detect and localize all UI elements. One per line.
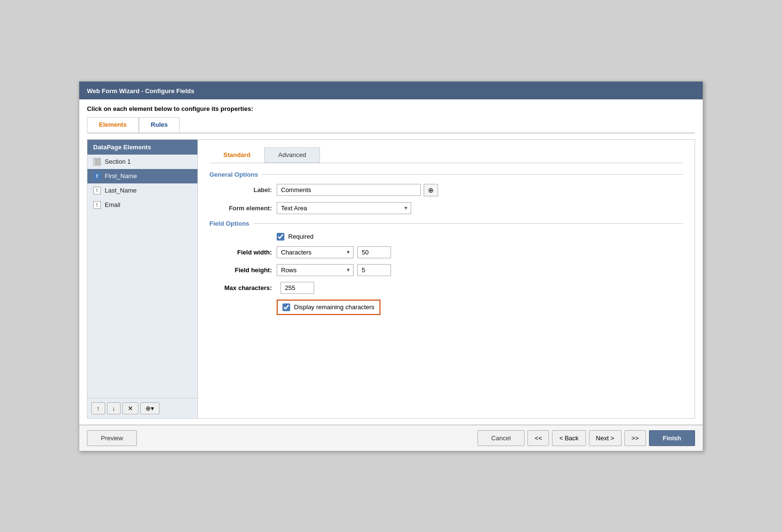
form-element-label: Form element: bbox=[209, 205, 277, 212]
field-height-select-wrapper: Rows Pixels bbox=[277, 264, 354, 276]
field-height-label: Field height: bbox=[209, 266, 277, 274]
sidebar-item-label: Last_Name bbox=[105, 187, 136, 194]
sidebar-item-firstname[interactable]: t First_Name bbox=[87, 169, 197, 183]
label-icon-button[interactable]: ⊕ bbox=[424, 184, 438, 196]
footer: Preview Cancel << < Back Next > >> Finis… bbox=[79, 424, 703, 451]
tab-standard[interactable]: Standard bbox=[209, 147, 264, 163]
sidebar-item-label: First_Name bbox=[105, 172, 137, 180]
label-input[interactable] bbox=[277, 184, 421, 196]
outer-tabs: Elements Rules bbox=[87, 117, 695, 133]
sidebar-item-email[interactable]: t Email bbox=[87, 198, 197, 212]
add-button[interactable]: ⊕▾ bbox=[140, 402, 159, 414]
field-width-select[interactable]: Characters Pixels Percent bbox=[277, 246, 354, 258]
tab-advanced[interactable]: Advanced bbox=[264, 147, 320, 163]
required-label: Required bbox=[288, 233, 314, 240]
field-height-select[interactable]: Rows Pixels bbox=[277, 264, 354, 276]
sidebar-controls: ↑ ↓ ✕ ⊕▾ bbox=[87, 398, 197, 418]
content-panel: Standard Advanced General Options Label:… bbox=[198, 140, 695, 418]
sidebar-item-lastname[interactable]: t Last_Name bbox=[87, 183, 197, 198]
form-element-select-wrapper: Text Area Text Field Dropdown Checkbox R… bbox=[277, 202, 411, 214]
sidebar: DataPage Elements Section 1 bbox=[87, 140, 198, 418]
wizard-container: Web Form Wizard - Configure Fields Click… bbox=[79, 81, 703, 451]
required-checkbox[interactable] bbox=[277, 233, 284, 241]
section-icon bbox=[93, 158, 101, 166]
delete-button[interactable]: ✕ bbox=[122, 402, 138, 414]
label-field-label: Label: bbox=[209, 186, 277, 193]
move-up-button[interactable]: ↑ bbox=[91, 402, 105, 414]
wizard-title: Web Form Wizard - Configure Fields bbox=[87, 87, 195, 95]
label-row: Label: ⊕ bbox=[209, 184, 683, 196]
field-icon: t bbox=[93, 201, 101, 209]
field-width-input[interactable] bbox=[357, 246, 391, 258]
field-options-section: Field Options Required Field width: Char… bbox=[209, 220, 683, 315]
tab-elements[interactable]: Elements bbox=[87, 117, 139, 133]
form-element-row: Form element: Text Area Text Field Dropd… bbox=[209, 202, 683, 214]
wizard-main: DataPage Elements Section 1 bbox=[87, 139, 695, 419]
general-options-title: General Options bbox=[209, 171, 683, 178]
finish-button[interactable]: Finish bbox=[649, 430, 695, 446]
sidebar-header: DataPage Elements bbox=[87, 140, 197, 155]
sidebar-item-label: Email bbox=[105, 201, 121, 208]
field-height-row: Field height: Rows Pixels bbox=[209, 264, 683, 276]
move-down-button[interactable]: ↓ bbox=[107, 402, 121, 414]
max-chars-row: Max characters: bbox=[209, 282, 683, 294]
preview-button[interactable]: Preview bbox=[87, 430, 137, 446]
display-remaining-box: Display remaining characters bbox=[277, 300, 380, 315]
back-button[interactable]: < Back bbox=[552, 430, 586, 446]
field-width-row: Field width: Characters Pixels Percent bbox=[209, 246, 683, 258]
wizard-instruction: Click on each element below to configure… bbox=[87, 105, 695, 112]
field-width-select-wrapper: Characters Pixels Percent bbox=[277, 246, 354, 258]
footer-left: Preview bbox=[87, 430, 137, 446]
field-icon: t bbox=[93, 187, 101, 194]
sidebar-item-section1[interactable]: Section 1 bbox=[87, 155, 197, 169]
field-width-label: Field width: bbox=[209, 249, 277, 256]
prev-arrows-button[interactable]: << bbox=[527, 430, 549, 446]
tab-rules[interactable]: Rules bbox=[139, 117, 180, 133]
field-options-title: Field Options bbox=[209, 220, 683, 227]
max-chars-label: Max characters: bbox=[209, 284, 277, 291]
display-remaining-label: Display remaining characters bbox=[294, 303, 375, 311]
field-height-input[interactable] bbox=[357, 264, 391, 276]
sidebar-items: Section 1 t First_Name t Last_Name t bbox=[87, 155, 197, 398]
next-button[interactable]: Next > bbox=[589, 430, 622, 446]
max-chars-input[interactable] bbox=[281, 282, 314, 294]
wizard-titlebar: Web Form Wizard - Configure Fields bbox=[79, 82, 703, 99]
wizard-body: Click on each element below to configure… bbox=[79, 99, 703, 424]
next-arrows-button[interactable]: >> bbox=[624, 430, 646, 446]
footer-right: Cancel << < Back Next > >> Finish bbox=[477, 430, 695, 446]
required-row: Required bbox=[209, 233, 683, 241]
form-element-select[interactable]: Text Area Text Field Dropdown Checkbox R… bbox=[277, 202, 411, 214]
cancel-button[interactable]: Cancel bbox=[477, 430, 525, 446]
content-tabs: Standard Advanced bbox=[209, 147, 683, 163]
display-remaining-row: Display remaining characters bbox=[209, 300, 683, 315]
display-remaining-checkbox[interactable] bbox=[282, 303, 290, 311]
sidebar-item-label: Section 1 bbox=[105, 158, 131, 165]
field-icon: t bbox=[93, 172, 101, 180]
